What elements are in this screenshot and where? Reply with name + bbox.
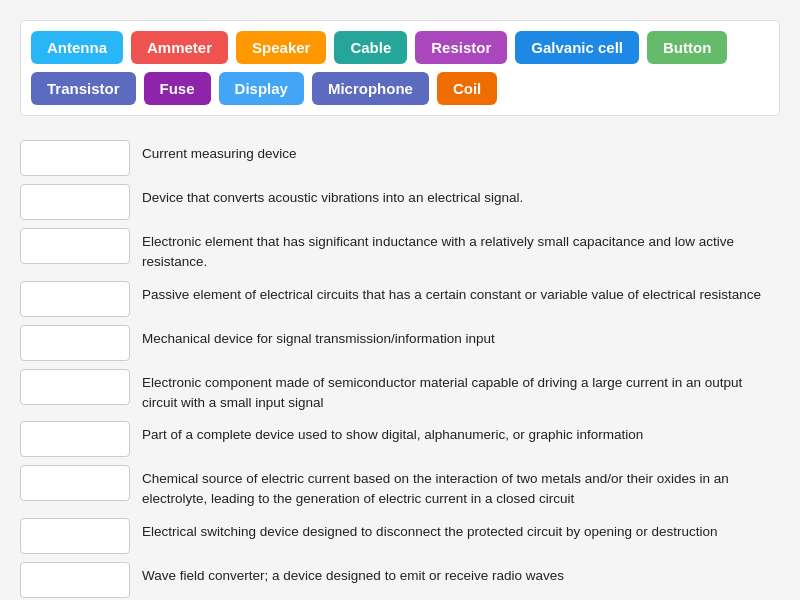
answer-box-3[interactable] xyxy=(20,228,130,264)
definition-text-2: Device that converts acoustic vibrations… xyxy=(142,184,523,208)
answer-box-4[interactable] xyxy=(20,281,130,317)
definition-text-1: Current measuring device xyxy=(142,140,297,164)
definition-text-3: Electronic element that has significant … xyxy=(142,228,780,273)
word-chip-transistor[interactable]: Transistor xyxy=(31,72,136,105)
word-chip-fuse[interactable]: Fuse xyxy=(144,72,211,105)
definition-text-10: Wave field converter; a device designed … xyxy=(142,562,564,586)
definition-row: Current measuring device xyxy=(20,140,780,176)
definition-row: Electronic element that has significant … xyxy=(20,228,780,273)
definition-row: Wave field converter; a device designed … xyxy=(20,562,780,598)
answer-box-7[interactable] xyxy=(20,421,130,457)
word-chip-resistor[interactable]: Resistor xyxy=(415,31,507,64)
definition-row: Electrical switching device designed to … xyxy=(20,518,780,554)
definition-row: Passive element of electrical circuits t… xyxy=(20,281,780,317)
answer-box-8[interactable] xyxy=(20,465,130,501)
word-chip-galvanic[interactable]: Galvanic cell xyxy=(515,31,639,64)
word-bank: AntennaAmmeterSpeakerCableResistorGalvan… xyxy=(20,20,780,116)
definition-text-7: Part of a complete device used to show d… xyxy=(142,421,643,445)
definition-text-5: Mechanical device for signal transmissio… xyxy=(142,325,495,349)
word-chip-ammeter[interactable]: Ammeter xyxy=(131,31,228,64)
definition-text-8: Chemical source of electric current base… xyxy=(142,465,780,510)
definition-text-9: Electrical switching device designed to … xyxy=(142,518,718,542)
word-chip-microphone[interactable]: Microphone xyxy=(312,72,429,105)
word-chip-button[interactable]: Button xyxy=(647,31,727,64)
answer-box-9[interactable] xyxy=(20,518,130,554)
answer-box-2[interactable] xyxy=(20,184,130,220)
definition-row: Part of a complete device used to show d… xyxy=(20,421,780,457)
word-chip-cable[interactable]: Cable xyxy=(334,31,407,64)
definition-row: Mechanical device for signal transmissio… xyxy=(20,325,780,361)
definition-text-6: Electronic component made of semiconduct… xyxy=(142,369,780,414)
definition-text-4: Passive element of electrical circuits t… xyxy=(142,281,761,305)
answer-box-6[interactable] xyxy=(20,369,130,405)
word-chip-speaker[interactable]: Speaker xyxy=(236,31,326,64)
definition-row: Device that converts acoustic vibrations… xyxy=(20,184,780,220)
word-chip-coil[interactable]: Coil xyxy=(437,72,497,105)
word-chip-display[interactable]: Display xyxy=(219,72,304,105)
answer-box-1[interactable] xyxy=(20,140,130,176)
definition-list: Current measuring deviceDevice that conv… xyxy=(20,140,780,600)
answer-box-10[interactable] xyxy=(20,562,130,598)
definition-row: Electronic component made of semiconduct… xyxy=(20,369,780,414)
answer-box-5[interactable] xyxy=(20,325,130,361)
word-chip-antenna[interactable]: Antenna xyxy=(31,31,123,64)
definition-row: Chemical source of electric current base… xyxy=(20,465,780,510)
